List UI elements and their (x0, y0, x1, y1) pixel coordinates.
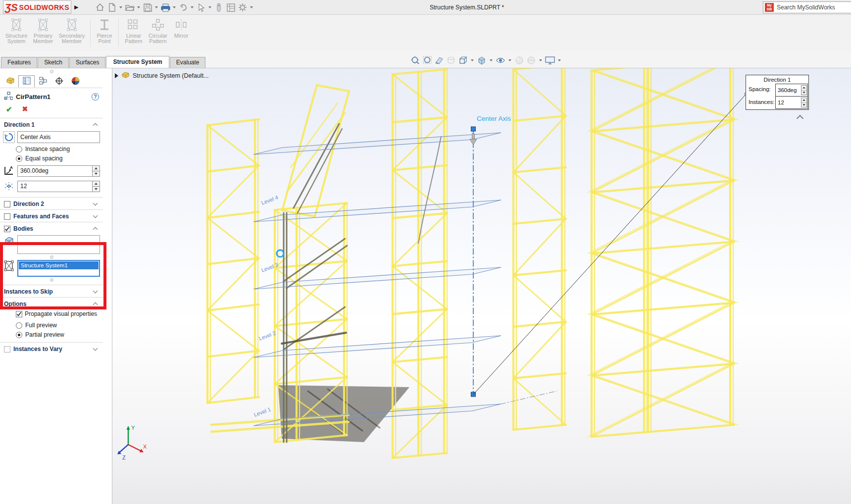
group-bodies-header[interactable]: Bodies (0, 222, 103, 234)
features-faces-checkbox[interactable] (4, 213, 10, 220)
group-options-header[interactable]: Options (0, 298, 103, 309)
view-settings-icon[interactable] (545, 55, 555, 66)
zoom-to-fit-icon[interactable] (410, 55, 421, 66)
axis-top-handle[interactable] (471, 127, 476, 131)
mirror-button[interactable]: Mirror (171, 18, 192, 39)
display-style-dropdown-icon[interactable] (490, 59, 493, 61)
print-icon[interactable] (160, 2, 171, 13)
callout-spacing-spinner[interactable] (801, 85, 807, 95)
save-icon[interactable] (142, 2, 153, 13)
tab-display-manager[interactable] (67, 75, 84, 88)
callout-instances-field[interactable]: 12 (776, 96, 807, 108)
model-scene[interactable] (112, 68, 851, 504)
tab-configuration-manager[interactable] (35, 75, 51, 88)
direction-arrow[interactable] (472, 134, 475, 139)
secondary-member-button[interactable]: SecondaryMember (57, 18, 87, 44)
level-plane[interactable] (253, 133, 501, 154)
spin-up-icon[interactable] (93, 181, 100, 187)
instances-vary-checkbox[interactable] (4, 346, 10, 353)
display-style-icon[interactable] (476, 55, 487, 66)
view-orientation-dropdown-icon[interactable] (471, 59, 474, 61)
pattern-seed-list[interactable]: Structure System1 (17, 260, 100, 277)
hide-show-items-icon[interactable] (495, 55, 506, 66)
direction2-checkbox[interactable] (4, 201, 10, 207)
pattern-axis-field[interactable]: Center Axis (17, 131, 100, 143)
graphics-viewport[interactable]: Structure System (Default... Center Axis… (112, 68, 851, 504)
center-axis-label[interactable]: Center Axis (477, 115, 511, 122)
group-instances-skip-header[interactable]: Instances to Skip (0, 285, 103, 297)
group-features-faces-header[interactable]: Features and Faces (0, 210, 103, 222)
pierce-point-button[interactable]: PiercePoint (94, 18, 115, 44)
level-plane[interactable] (253, 267, 501, 289)
tab-sketch[interactable]: Sketch (38, 57, 69, 68)
menu-expand-icon[interactable]: ▶ (74, 4, 78, 10)
help-icon[interactable]: ? (92, 93, 99, 101)
options-dropdown-icon[interactable] (250, 6, 253, 8)
group-direction1-header[interactable]: Direction 1 (0, 118, 103, 130)
undo-dropdown-icon[interactable] (191, 6, 194, 8)
apply-scene-icon[interactable] (526, 55, 537, 66)
panel-splitter-handle[interactable] (50, 70, 53, 73)
tab-evaluate[interactable]: Evaluate (170, 57, 206, 68)
cancel-button[interactable]: ✖ (22, 105, 28, 114)
search-mysolidworks[interactable]: MySW Search MySolidWorks (763, 1, 851, 13)
linear-pattern-button[interactable]: LinearPattern (122, 18, 145, 44)
spin-down-icon[interactable] (93, 171, 100, 176)
spin-up-icon[interactable] (93, 166, 100, 171)
new-document-icon[interactable] (106, 2, 117, 13)
full-preview-radio[interactable]: Full preview (16, 322, 100, 329)
angle-spinner[interactable] (92, 166, 100, 176)
solidworks-logo[interactable]: ƷS SOLIDWORKS (3, 0, 71, 14)
instance-spacing-radio[interactable]: Instance spacing (16, 146, 100, 152)
save-dropdown-icon[interactable] (155, 6, 158, 8)
group-instances-vary-header[interactable]: Instances to Vary (0, 343, 103, 354)
tab-dimxpert-manager[interactable] (51, 75, 67, 88)
count-spinner[interactable] (92, 181, 100, 192)
primary-member-button[interactable]: PrimaryMember (30, 18, 56, 44)
direction1-callout[interactable]: Direction 1 Spacing: Instances: 360deg 1… (746, 75, 809, 110)
list-resize-handle[interactable] (50, 278, 53, 282)
open-icon[interactable] (124, 2, 135, 13)
group-direction2-header[interactable]: Direction 2 (0, 198, 103, 209)
circular-pattern-button[interactable]: CircularPattern (146, 18, 170, 44)
bodies-checkbox[interactable] (4, 226, 10, 232)
hide-show-dropdown-icon[interactable] (508, 59, 511, 61)
magnet-pin-icon[interactable] (213, 2, 224, 13)
callout-instances-spinner[interactable] (801, 98, 807, 107)
select-cursor-icon[interactable] (196, 2, 206, 13)
tab-property-manager[interactable] (18, 75, 35, 88)
tree-expand-icon[interactable] (115, 73, 118, 78)
report-table-icon[interactable] (225, 2, 236, 13)
undo-icon[interactable] (178, 2, 189, 13)
selected-body-item[interactable]: Structure System1 (19, 261, 99, 269)
partial-preview-radio[interactable]: Partial preview (16, 331, 100, 338)
open-dropdown-icon[interactable] (137, 6, 140, 8)
bodies-to-pattern-list[interactable] (17, 235, 100, 254)
apply-scene-dropdown-icon[interactable] (539, 59, 542, 61)
equal-spacing-radio[interactable]: Equal spacing (16, 155, 100, 162)
instance-count-field[interactable]: 12 (17, 181, 100, 192)
structure-system-button[interactable]: StructureSystem (3, 18, 29, 44)
tab-surfaces[interactable]: Surfaces (69, 57, 105, 68)
zoom-to-area-icon[interactable] (422, 55, 433, 66)
section-view-icon[interactable] (446, 55, 456, 66)
level-plane[interactable] (253, 200, 501, 222)
view-settings-dropdown-icon[interactable] (558, 59, 561, 61)
tab-features[interactable]: Features (1, 57, 37, 68)
tree-root-item[interactable]: Structure System (Default... (133, 72, 209, 79)
pattern-angle-field[interactable]: 360.00deg (17, 165, 100, 177)
tab-feature-manager[interactable] (2, 75, 18, 88)
previous-view-icon[interactable] (434, 55, 445, 66)
select-dropdown-icon[interactable] (208, 6, 211, 8)
view-orientation-icon[interactable] (457, 55, 468, 66)
list-resize-handle[interactable] (50, 255, 53, 259)
home-icon[interactable] (95, 2, 105, 13)
print-dropdown-icon[interactable] (173, 6, 176, 8)
level-plane[interactable] (253, 336, 501, 357)
propagate-visual-properties-checkbox[interactable]: Propagate visual properties (16, 310, 100, 317)
options-gear-icon[interactable] (237, 2, 248, 13)
ok-button[interactable]: ✔ (6, 105, 12, 114)
new-document-dropdown-icon[interactable] (119, 6, 122, 8)
spin-down-icon[interactable] (93, 187, 100, 192)
callout-spacing-field[interactable]: 360deg (776, 84, 807, 96)
